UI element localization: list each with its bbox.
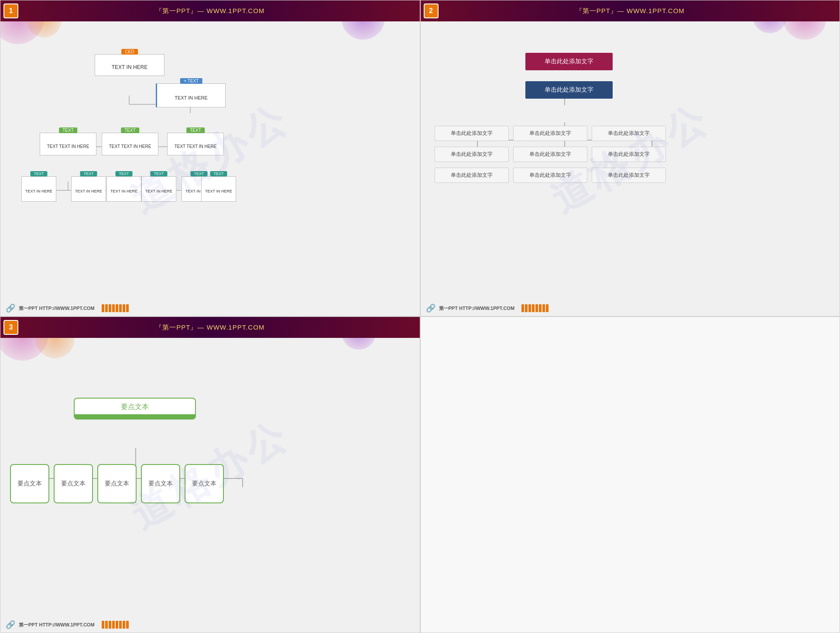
slide2-r2c1[interactable]: 单击此处添加文字 bbox=[435, 147, 509, 162]
slide3-top-box[interactable]: 要点文本 bbox=[74, 398, 196, 420]
footer-bar bbox=[116, 304, 118, 312]
footer-bars-2 bbox=[521, 304, 549, 312]
slide1-footer: 🔗 第一PPT HTTP://WWW.1PPT.COM bbox=[0, 300, 420, 316]
slide3-badge: 3 bbox=[3, 320, 18, 335]
slide3-header: 3 『第一PPT』— WWW.1PPT.COM bbox=[0, 317, 420, 338]
footer-bar bbox=[105, 304, 108, 312]
level3b-text: TEXT TEXT IN HERE bbox=[109, 144, 151, 149]
footer-bars-1 bbox=[102, 304, 129, 312]
slide3-c2[interactable]: 要点文本 bbox=[54, 464, 93, 503]
slide2-r1c2[interactable]: 单击此处添加文字 bbox=[513, 126, 587, 141]
l4-4-label: TEXT bbox=[150, 171, 167, 176]
slide2-mid-text: 单击此处添加文字 bbox=[525, 81, 613, 99]
slide2-num: 2 bbox=[429, 7, 433, 15]
slide2-r2c2[interactable]: 单击此处添加文字 bbox=[513, 147, 587, 162]
slide1-title: 『第一PPT』— WWW.1PPT.COM bbox=[155, 7, 264, 15]
slide3-c5[interactable]: 要点文本 bbox=[185, 464, 224, 503]
level2-box: ✈ TEXT TEXT IN HERE bbox=[156, 83, 226, 107]
footer-bar bbox=[542, 304, 545, 312]
footer-link-icon-1: 🔗 bbox=[6, 303, 15, 313]
l4-1-text: TEXT IN HERE bbox=[25, 189, 52, 193]
slide1-header: 1 『第一PPT』— WWW.1PPT.COM bbox=[0, 0, 420, 21]
footer-bar bbox=[532, 304, 535, 312]
slide1-content: CEO TEXT IN HERE ✈ TEXT TEXT IN HERE TEX… bbox=[0, 24, 420, 299]
slide2-badge: 2 bbox=[424, 3, 439, 18]
slide3-footer-text: 第一PPT HTTP://WWW.1PPT.COM bbox=[19, 622, 95, 628]
slide3-c5-text: 要点文本 bbox=[192, 480, 216, 488]
slide2-footer: 🔗 第一PPT HTTP://WWW.1PPT.COM bbox=[421, 300, 840, 316]
level3a-text: TEXT TEXT IN HERE bbox=[47, 144, 89, 149]
slide2-row1: 单击此处添加文字 单击此处添加文字 单击此处添加文字 bbox=[435, 126, 666, 141]
slide3-icon: 3 bbox=[0, 317, 21, 338]
slide3-num: 3 bbox=[9, 323, 13, 331]
footer-bar bbox=[546, 304, 549, 312]
l4-2-label: TEXT bbox=[80, 171, 97, 176]
slide3-c4[interactable]: 要点文本 bbox=[141, 464, 180, 503]
level3a-label: TEXT bbox=[59, 127, 77, 133]
slide3-c3[interactable]: 要点文本 bbox=[97, 464, 137, 503]
slide2-top-text: 单击此处添加文字 bbox=[525, 53, 613, 70]
slide2-r2c3[interactable]: 单击此处添加文字 bbox=[592, 147, 666, 162]
level3c-box: TEXT TEXT TEXT IN HERE bbox=[167, 133, 224, 155]
slide1-badge: 1 bbox=[3, 3, 18, 18]
slide2-r1c3[interactable]: 单击此处添加文字 bbox=[592, 126, 666, 141]
slide1-num: 1 bbox=[9, 7, 13, 15]
slide2-mid-box[interactable]: 单击此处添加文字 bbox=[525, 81, 613, 99]
footer-bar bbox=[112, 304, 115, 312]
l4-6-box: TEXT TEXT IN HERE bbox=[201, 176, 236, 202]
footer-bar bbox=[119, 304, 122, 312]
slide2-r3c1[interactable]: 单击此处添加文字 bbox=[435, 168, 509, 183]
footer-bar bbox=[521, 304, 524, 312]
footer-bar bbox=[126, 304, 129, 312]
level2-text: TEXT IN HERE bbox=[175, 95, 208, 100]
footer-link-icon-2: 🔗 bbox=[426, 303, 435, 313]
l4-1-label: TEXT bbox=[30, 171, 47, 176]
slide3-footer: 🔗 第一PPT HTTP://WWW.1PPT.COM bbox=[0, 617, 420, 633]
l4-1-box: TEXT TEXT IN HERE bbox=[21, 176, 56, 202]
l4-6-label: TEXT bbox=[210, 171, 227, 176]
slide-2: 2 『第一PPT』— WWW.1PPT.COM 道格办公 单击此处添加文字 单击… bbox=[420, 0, 840, 316]
footer-bar bbox=[109, 621, 111, 629]
footer-bar bbox=[528, 304, 531, 312]
slide2-r3c2[interactable]: 单击此处添加文字 bbox=[513, 168, 587, 183]
slide-3: 3 『第一PPT』— WWW.1PPT.COM 道格办公 要点文本 bbox=[0, 316, 420, 633]
slide1-footer-text: 第一PPT HTTP://WWW.1PPT.COM bbox=[19, 305, 95, 312]
footer-bar bbox=[109, 304, 111, 312]
footer-link-icon-3: 🔗 bbox=[6, 620, 15, 630]
ceo-box: CEO TEXT IN HERE bbox=[95, 54, 165, 76]
slide2-r1c1[interactable]: 单击此处添加文字 bbox=[435, 126, 509, 141]
slide2-footer-text: 第一PPT HTTP://WWW.1PPT.COM bbox=[439, 305, 515, 312]
slide3-top-text: 要点文本 bbox=[121, 403, 149, 412]
footer-bar bbox=[102, 304, 104, 312]
slide2-header: 2 『第一PPT』— WWW.1PPT.COM bbox=[421, 0, 840, 21]
slide3-title: 『第一PPT』— WWW.1PPT.COM bbox=[155, 323, 264, 332]
slide2-row3: 单击此处添加文字 单击此处添加文字 单击此处添加文字 bbox=[435, 168, 666, 183]
footer-bar bbox=[105, 621, 108, 629]
level3c-label: TEXT bbox=[186, 127, 205, 133]
l4-3-label: TEXT bbox=[115, 171, 132, 176]
slide2-r3c3[interactable]: 单击此处添加文字 bbox=[592, 168, 666, 183]
slide-4 bbox=[420, 316, 840, 633]
footer-bar bbox=[539, 304, 542, 312]
level2-label: TEXT bbox=[188, 79, 199, 83]
level3a-box: TEXT TEXT TEXT IN HERE bbox=[40, 133, 96, 155]
level3c-text: TEXT TEXT IN HERE bbox=[175, 144, 217, 149]
slide3-c1-text: 要点文本 bbox=[17, 480, 42, 488]
level3b-box: TEXT TEXT TEXT IN HERE bbox=[102, 133, 158, 155]
slide3-content: 要点文本 要点文本 要点文本 要点文本 要点文本 要点文本 bbox=[0, 341, 420, 615]
footer-bars-3 bbox=[102, 621, 129, 629]
slide2-top-box[interactable]: 单击此处添加文字 bbox=[525, 53, 613, 70]
footer-bar bbox=[126, 621, 129, 629]
slide3-c2-text: 要点文本 bbox=[61, 480, 86, 488]
level3b-label: TEXT bbox=[121, 127, 139, 133]
slide2-icon: 2 bbox=[421, 0, 442, 21]
footer-bar bbox=[112, 621, 115, 629]
slide3-c1[interactable]: 要点文本 bbox=[10, 464, 49, 503]
slide3-c3-text: 要点文本 bbox=[105, 480, 129, 488]
slide2-title: 『第一PPT』— WWW.1PPT.COM bbox=[576, 7, 685, 15]
ceo-label: CEO bbox=[121, 49, 138, 55]
footer-bar bbox=[535, 304, 538, 312]
l4-6-text: TEXT IN HERE bbox=[205, 189, 232, 193]
slide4-empty bbox=[421, 317, 840, 633]
l4-5-label: TEXT bbox=[190, 171, 207, 176]
